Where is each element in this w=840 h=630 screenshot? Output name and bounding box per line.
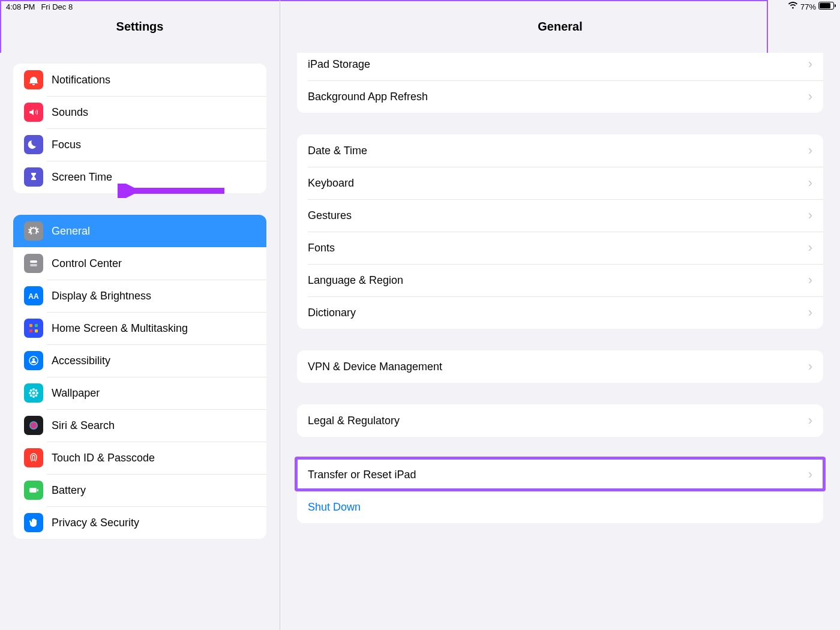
detail-row-fonts[interactable]: Fonts› (297, 232, 768, 264)
siri-icon (24, 416, 43, 435)
sidebar-item-label: General (52, 225, 256, 238)
detail-row-shut-down[interactable]: Shut Down (297, 491, 768, 523)
sidebar-item-label: Wallpaper (52, 387, 256, 400)
detail-row-transfer-or-reset-ipad[interactable]: Transfer or Reset iPad› (297, 458, 768, 491)
svg-point-15 (35, 394, 37, 397)
detail-row-ipad-storage[interactable]: iPad Storage› (297, 53, 768, 80)
sidebar-item-accessibility[interactable]: Accessibility (13, 344, 266, 377)
status-bar: 4:08 PM Fri Dec 8 77% (0, 0, 768, 13)
sidebar-item-label: Control Center (52, 257, 256, 270)
sidebar-item-control-center[interactable]: Control Center (13, 247, 266, 280)
detail-pane: iPad Storage›Background App Refresh›Date… (280, 53, 768, 576)
svg-rect-0 (30, 260, 37, 263)
gear-icon (24, 221, 43, 241)
sidebar-item-privacy-security[interactable]: Privacy & Security (13, 506, 266, 539)
sidebar-item-focus[interactable]: Focus (13, 128, 266, 161)
detail-row-vpn-device-management[interactable]: VPN & Device Management› (297, 350, 768, 383)
detail-row-label: Fonts (308, 242, 768, 254)
sidebar-item-label: Battery (52, 484, 256, 497)
sidebar-item-screen-time[interactable]: Screen Time (13, 161, 266, 193)
sidebar-item-label: Screen Time (52, 171, 256, 184)
status-time: 4:08 PM (6, 2, 35, 11)
sidebar-item-label: Display & Brightness (52, 290, 256, 302)
sidebar-item-label: Sounds (52, 106, 256, 119)
sidebar-item-general[interactable]: General (13, 215, 266, 247)
detail-row-legal-regulatory[interactable]: Legal & Regulatory› (297, 404, 768, 437)
sidebar-item-label: Privacy & Security (52, 517, 256, 529)
sidebar-item-home-screen-multitasking[interactable]: Home Screen & Multitasking (13, 312, 266, 344)
flower-icon (24, 383, 43, 403)
sidebar-item-label: Notifications (52, 74, 256, 86)
sidebar-item-display-brightness[interactable]: AADisplay & Brightness (13, 280, 266, 312)
person-icon (24, 351, 43, 370)
detail-group-3: Legal & Regulatory› (297, 404, 768, 437)
grid-icon (24, 319, 43, 338)
sidebar-item-label: Home Screen & Multitasking (52, 322, 256, 335)
svg-point-18 (29, 421, 38, 430)
detail-row-label: iPad Storage (308, 58, 768, 71)
svg-rect-20 (37, 489, 38, 491)
svg-rect-3 (29, 324, 32, 327)
moon-icon (24, 135, 43, 154)
detail-row-label: VPN & Device Management (308, 361, 768, 373)
svg-point-16 (30, 394, 32, 397)
battery-icon (24, 481, 43, 500)
hourglass-icon (24, 167, 43, 187)
aa-icon: AA (24, 286, 43, 305)
svg-point-17 (35, 389, 37, 392)
sidebar-item-siri-search[interactable]: Siri & Search (13, 409, 266, 442)
sidebar-item-label: Focus (52, 139, 256, 151)
detail-row-label: Language & Region (308, 274, 768, 287)
sidebar: NotificationsSoundsFocusScreen Time Gene… (0, 53, 280, 576)
detail-row-keyboard[interactable]: Keyboard› (297, 167, 768, 199)
detail-row-dictionary[interactable]: Dictionary› (297, 296, 768, 329)
detail-group-4: Transfer or Reset iPad›Shut Down (297, 458, 768, 523)
detail-group-0: iPad Storage›Background App Refresh› (297, 53, 768, 113)
svg-rect-19 (29, 488, 37, 493)
sidebar-group-0: NotificationsSoundsFocusScreen Time (13, 64, 266, 193)
svg-rect-6 (35, 329, 38, 332)
svg-rect-4 (35, 324, 38, 327)
detail-row-language-region[interactable]: Language & Region› (297, 264, 768, 296)
svg-point-12 (29, 392, 31, 394)
sidebar-item-wallpaper[interactable]: Wallpaper (13, 377, 266, 409)
svg-rect-5 (29, 329, 32, 332)
sidebar-item-battery[interactable]: Battery (13, 474, 266, 506)
sidebar-item-label: Siri & Search (52, 419, 256, 432)
detail-row-label: Legal & Regulatory (308, 415, 768, 427)
detail-group-2: VPN & Device Management› (297, 350, 768, 383)
svg-point-8 (32, 358, 35, 361)
sidebar-group-1: GeneralControl CenterAADisplay & Brightn… (13, 215, 266, 539)
status-date: Fri Dec 8 (41, 2, 73, 11)
svg-point-13 (36, 392, 38, 394)
detail-row-label: Date & Time (308, 145, 768, 157)
bell-icon (24, 70, 43, 89)
hand-icon (24, 513, 43, 532)
svg-point-10 (32, 388, 35, 391)
detail-row-label: Keyboard (308, 177, 768, 190)
sidebar-item-label: Touch ID & Passcode (52, 452, 256, 464)
detail-row-date-time[interactable]: Date & Time› (297, 134, 768, 167)
sidebar-item-sounds[interactable]: Sounds (13, 96, 266, 128)
detail-row-label: Background App Refresh (308, 91, 768, 103)
finger-icon (24, 448, 43, 467)
svg-text:AA: AA (28, 292, 39, 301)
toggles-icon (24, 254, 43, 273)
detail-row-label: Transfer or Reset iPad (308, 469, 768, 481)
sidebar-item-label: Accessibility (52, 355, 256, 367)
sidebar-item-notifications[interactable]: Notifications (13, 64, 266, 96)
svg-rect-1 (30, 264, 37, 266)
sidebar-item-touch-id-passcode[interactable]: Touch ID & Passcode (13, 442, 266, 474)
svg-point-9 (32, 392, 35, 395)
detail-row-background-app-refresh[interactable]: Background App Refresh› (297, 80, 768, 113)
detail-row-label: Dictionary (308, 307, 768, 319)
detail-group-1: Date & Time›Keyboard›Gestures›Fonts›Lang… (297, 134, 768, 329)
detail-row-label: Gestures (308, 209, 768, 222)
svg-point-11 (32, 395, 35, 398)
detail-row-gestures[interactable]: Gestures› (297, 199, 768, 232)
speaker-icon (24, 103, 43, 122)
detail-row-label: Shut Down (308, 501, 768, 514)
svg-point-14 (30, 389, 32, 392)
